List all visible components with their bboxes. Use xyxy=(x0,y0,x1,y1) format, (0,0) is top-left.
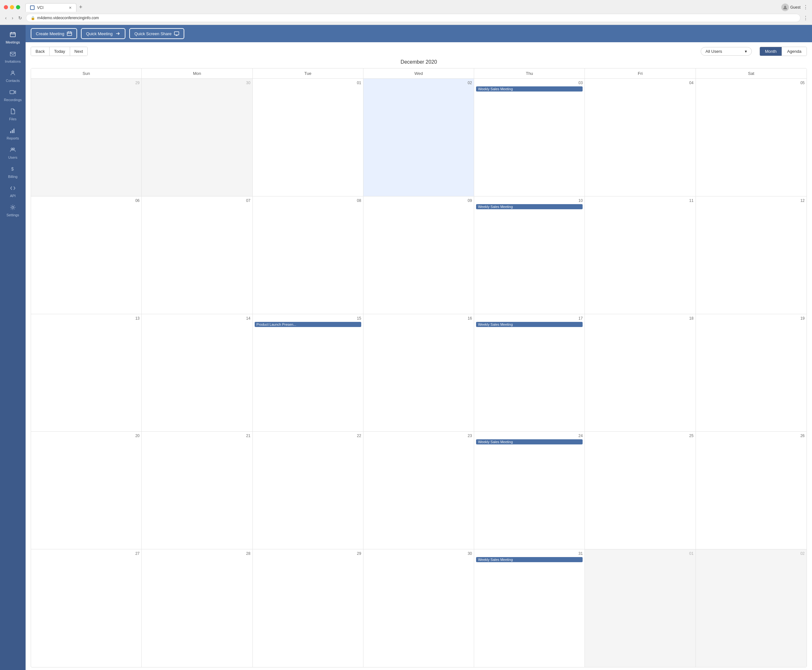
sidebar: Meetings Invitations Contacts Recordings… xyxy=(0,25,25,670)
calendar-cell-w2-d6[interactable]: 19 xyxy=(696,314,807,432)
tab-close-button[interactable]: ✕ xyxy=(69,6,72,10)
calendar-cell-w2-d2[interactable]: 15Product Launch Presen... xyxy=(253,314,364,432)
calendar-cell-w1-d1[interactable]: 07 xyxy=(142,196,252,314)
day-number: 25 xyxy=(587,433,693,438)
day-number: 16 xyxy=(365,316,472,321)
calendar-nav-group: Back Today Next xyxy=(31,47,88,56)
calendar-cell-w3-d1[interactable]: 21 xyxy=(142,431,252,549)
day-number: 23 xyxy=(365,433,472,438)
day-number: 27 xyxy=(33,551,139,556)
calendar-cell-w3-d6[interactable]: 26 xyxy=(696,431,807,549)
calendar-cell-w1-d0[interactable]: 06 xyxy=(31,196,142,314)
calendar-cell-w3-d2[interactable]: 22 xyxy=(253,431,364,549)
day-number: 05 xyxy=(698,81,805,85)
calendar-event[interactable]: Weekly Sales Meeting xyxy=(476,439,583,445)
active-tab[interactable]: VCI ✕ xyxy=(25,3,76,12)
day-number: 04 xyxy=(587,81,693,85)
calendar-cell-w2-d5[interactable]: 18 xyxy=(585,314,695,432)
browser-options-button[interactable]: ⋮ xyxy=(803,15,808,21)
calendar-cell-w0-d3[interactable]: 02 xyxy=(364,79,474,196)
calendar-cell-w0-d4[interactable]: 03Weekly Sales Meeting xyxy=(474,79,585,196)
month-view-button[interactable]: Month xyxy=(760,47,782,56)
calendar-area: Back Today Next All Users ▾ Month Agenda… xyxy=(25,42,812,670)
new-tab-button[interactable]: + xyxy=(76,3,85,12)
day-number: 01 xyxy=(587,551,693,556)
day-number: 15 xyxy=(255,316,361,321)
refresh-button[interactable]: ↻ xyxy=(17,14,24,22)
sidebar-item-meetings[interactable]: Meetings xyxy=(0,28,25,47)
forward-button[interactable]: › xyxy=(10,14,15,22)
day-number: 17 xyxy=(476,316,583,321)
sidebar-item-label-files: Files xyxy=(9,117,16,121)
calendar-cell-w1-d2[interactable]: 08 xyxy=(253,196,364,314)
calendar-cell-w4-d1[interactable]: 28 xyxy=(142,549,252,667)
calendar-cell-w1-d4[interactable]: 10Weekly Sales Meeting xyxy=(474,196,585,314)
sidebar-item-recordings[interactable]: Recordings xyxy=(0,86,25,105)
next-cal-button[interactable]: Next xyxy=(70,47,88,56)
sidebar-item-reports[interactable]: Reports xyxy=(0,124,25,143)
day-number: 02 xyxy=(698,551,805,556)
calendar-cell-w0-d2[interactable]: 01 xyxy=(253,79,364,196)
calendar-event[interactable]: Weekly Sales Meeting xyxy=(476,557,583,562)
calendar-cell-w3-d3[interactable]: 23 xyxy=(364,431,474,549)
calendar-cell-w3-d5[interactable]: 25 xyxy=(585,431,695,549)
sidebar-item-billing[interactable]: $ Billing xyxy=(0,162,25,182)
sidebar-item-label-reports: Reports xyxy=(7,136,19,140)
calendar-cell-w1-d6[interactable]: 12 xyxy=(696,196,807,314)
calendar-header-day-sun: Sun xyxy=(31,68,142,79)
back-button[interactable]: ‹ xyxy=(4,14,8,22)
calendar-week-0: 2930010203Weekly Sales Meeting0405 xyxy=(31,79,807,196)
calendar-cell-w2-d4[interactable]: 17Weekly Sales Meeting xyxy=(474,314,585,432)
calendar-event[interactable]: Weekly Sales Meeting xyxy=(476,86,583,91)
users-filter-dropdown[interactable]: All Users ▾ xyxy=(701,47,752,56)
today-cal-button[interactable]: Today xyxy=(49,47,70,56)
sidebar-item-users[interactable]: Users xyxy=(0,143,25,162)
day-number: 11 xyxy=(587,198,693,203)
calendar-cell-w0-d1[interactable]: 30 xyxy=(142,79,252,196)
calendar-event[interactable]: Product Launch Presen... xyxy=(255,322,361,327)
calendar-cell-w1-d5[interactable]: 11 xyxy=(585,196,695,314)
svg-rect-8 xyxy=(14,129,14,133)
calendar-cell-w4-d0[interactable]: 27 xyxy=(31,549,142,667)
back-cal-button[interactable]: Back xyxy=(31,47,49,56)
browser-menu-button[interactable]: ⋮ xyxy=(803,4,808,10)
calendar-cell-w3-d4[interactable]: 24Weekly Sales Meeting xyxy=(474,431,585,549)
sidebar-item-label-recordings: Recordings xyxy=(4,98,22,102)
address-bar[interactable]: 🔒 m4demo.videoconferencinginfo.com xyxy=(26,14,800,22)
calendar-cell-w2-d0[interactable]: 13 xyxy=(31,314,142,432)
sidebar-item-files[interactable]: Files xyxy=(0,105,25,124)
calendar-cell-w4-d5[interactable]: 01 xyxy=(585,549,695,667)
profile-button[interactable]: Guest xyxy=(781,3,800,11)
maximize-traffic-light[interactable] xyxy=(16,5,20,9)
svg-rect-6 xyxy=(10,131,11,133)
quick-screen-share-button[interactable]: Quick Screen Share xyxy=(129,28,184,39)
calendar-cell-w0-d0[interactable]: 29 xyxy=(31,79,142,196)
calendar-cell-w4-d2[interactable]: 29 xyxy=(253,549,364,667)
sidebar-item-contacts[interactable]: Contacts xyxy=(0,66,25,86)
calendar-cell-w0-d5[interactable]: 04 xyxy=(585,79,695,196)
calendar-cell-w2-d1[interactable]: 14 xyxy=(142,314,252,432)
meetings-icon xyxy=(10,31,16,39)
sidebar-item-settings[interactable]: Settings xyxy=(0,201,25,220)
sidebar-item-api[interactable]: API xyxy=(0,182,25,201)
sidebar-item-label-meetings: Meetings xyxy=(6,40,20,44)
close-traffic-light[interactable] xyxy=(4,5,8,9)
calendar-cell-w4-d4[interactable]: 31Weekly Sales Meeting xyxy=(474,549,585,667)
create-meeting-button[interactable]: Create Meeting xyxy=(31,28,77,39)
calendar-cell-w4-d3[interactable]: 30 xyxy=(364,549,474,667)
day-number: 14 xyxy=(144,316,250,321)
minimize-traffic-light[interactable] xyxy=(10,5,14,9)
calendar-event[interactable]: Weekly Sales Meeting xyxy=(476,204,583,209)
calendar-cell-w2-d3[interactable]: 16 xyxy=(364,314,474,432)
sidebar-item-invitations[interactable]: Invitations xyxy=(0,47,25,66)
svg-rect-0 xyxy=(31,6,34,9)
calendar-cell-w1-d3[interactable]: 09 xyxy=(364,196,474,314)
agenda-view-button[interactable]: Agenda xyxy=(782,47,807,56)
quick-meeting-button[interactable]: Quick Meeting xyxy=(81,28,125,39)
calendar-week-3: 2021222324Weekly Sales Meeting2526 xyxy=(31,431,807,549)
calendar-cell-w0-d6[interactable]: 05 xyxy=(696,79,807,196)
calendar-event[interactable]: Weekly Sales Meeting xyxy=(476,322,583,327)
calendar-cell-w3-d0[interactable]: 20 xyxy=(31,431,142,549)
sidebar-item-label-settings: Settings xyxy=(7,213,19,217)
calendar-cell-w4-d6[interactable]: 02 xyxy=(696,549,807,667)
